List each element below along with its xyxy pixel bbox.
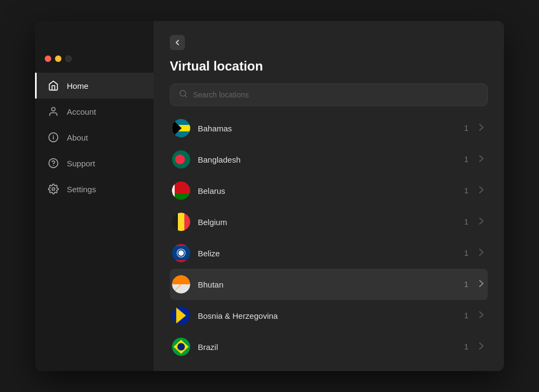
- sidebar-item-support-label: Support: [67, 159, 95, 168]
- list-item[interactable]: Belgium1: [170, 206, 488, 237]
- sidebar-item-account[interactable]: Account: [35, 99, 154, 124]
- app-window: Home Account About: [35, 21, 504, 371]
- account-icon: [47, 106, 59, 117]
- svg-rect-23: [172, 213, 178, 231]
- about-icon: [47, 131, 59, 143]
- flag-icon: [172, 306, 190, 325]
- svg-point-16: [175, 155, 185, 164]
- svg-point-43: [177, 343, 185, 351]
- svg-rect-20: [172, 181, 175, 200]
- search-icon: [179, 89, 188, 100]
- list-item[interactable]: Belarus1: [170, 175, 488, 206]
- chevron-right-icon: [479, 218, 483, 226]
- flag-icon: [172, 213, 190, 231]
- svg-rect-34: [172, 275, 190, 284]
- maximize-button[interactable]: [65, 55, 72, 62]
- home-icon: [47, 80, 59, 92]
- search-bar[interactable]: [170, 83, 488, 106]
- sidebar-item-home-label: Home: [67, 81, 88, 90]
- sidebar-item-settings-label: Settings: [67, 185, 96, 194]
- location-name: Bosnia & Herzegovina: [198, 311, 457, 320]
- settings-icon: [47, 183, 59, 195]
- location-name: Bhutan: [198, 280, 457, 289]
- location-count: 1: [464, 342, 468, 351]
- page-title: Virtual location: [170, 59, 488, 74]
- location-count: 1: [464, 124, 468, 132]
- location-count: 1: [464, 155, 468, 164]
- svg-point-6: [52, 188, 55, 191]
- sidebar-item-about[interactable]: About: [35, 124, 154, 150]
- chevron-right-icon: [479, 124, 483, 132]
- location-name: Belize: [198, 249, 457, 258]
- location-name: Bahamas: [198, 124, 457, 133]
- chevron-right-icon: [479, 280, 483, 289]
- svg-rect-35: [172, 284, 190, 293]
- svg-rect-24: [178, 213, 184, 231]
- location-name: Bangladesh: [198, 155, 457, 164]
- list-item[interactable]: Bahamas1: [170, 113, 488, 144]
- list-item[interactable]: Brazil1: [170, 331, 488, 360]
- sidebar-item-about-label: About: [67, 133, 88, 142]
- list-item[interactable]: Bangladesh1: [170, 144, 488, 175]
- location-count: 1: [464, 249, 468, 257]
- location-count: 1: [464, 186, 468, 195]
- search-input[interactable]: [193, 90, 479, 99]
- svg-point-0: [52, 108, 56, 111]
- close-button[interactable]: [45, 55, 51, 62]
- minimize-button[interactable]: [55, 55, 61, 62]
- chevron-right-icon: [479, 342, 483, 351]
- support-icon: [47, 157, 59, 169]
- location-count: 1: [464, 280, 468, 289]
- location-name: Belgium: [198, 218, 457, 227]
- list-item[interactable]: Bosnia & Herzegovina1: [170, 300, 488, 331]
- sidebar-item-settings[interactable]: Settings: [35, 176, 154, 202]
- location-count: 1: [464, 311, 468, 320]
- svg-rect-29: [172, 260, 190, 262]
- back-button[interactable]: [170, 35, 185, 50]
- svg-point-32: [178, 250, 184, 256]
- svg-line-8: [185, 95, 186, 97]
- chevron-right-icon: [479, 186, 483, 195]
- location-count: 1: [464, 218, 468, 226]
- topbar: [170, 32, 488, 50]
- flag-icon: [172, 119, 190, 137]
- svg-rect-28: [172, 244, 190, 246]
- flag-icon: [172, 275, 190, 293]
- chevron-right-icon: [479, 155, 483, 164]
- sidebar-item-support[interactable]: Support: [35, 150, 154, 176]
- main-content: Virtual location Bahamas1Bangladesh1Bela…: [154, 21, 504, 371]
- svg-rect-25: [184, 213, 190, 231]
- window-controls: [35, 48, 154, 73]
- flag-icon: [172, 150, 190, 169]
- locations-list: Bahamas1Bangladesh1Belarus1Belgium1Beliz…: [170, 113, 488, 360]
- svg-rect-19: [172, 193, 190, 200]
- flag-icon: [172, 338, 190, 356]
- sidebar: Home Account About: [35, 21, 154, 371]
- sidebar-item-home[interactable]: Home: [35, 73, 154, 99]
- list-item[interactable]: Belize1: [170, 237, 488, 269]
- chevron-right-icon: [479, 311, 483, 320]
- chevron-right-icon: [479, 249, 483, 257]
- location-name: Brazil: [198, 342, 457, 352]
- sidebar-item-account-label: Account: [67, 107, 96, 116]
- flag-icon: [172, 244, 190, 262]
- list-item[interactable]: Bhutan1: [170, 269, 488, 300]
- location-name: Belarus: [198, 186, 457, 195]
- flag-icon: [172, 181, 190, 200]
